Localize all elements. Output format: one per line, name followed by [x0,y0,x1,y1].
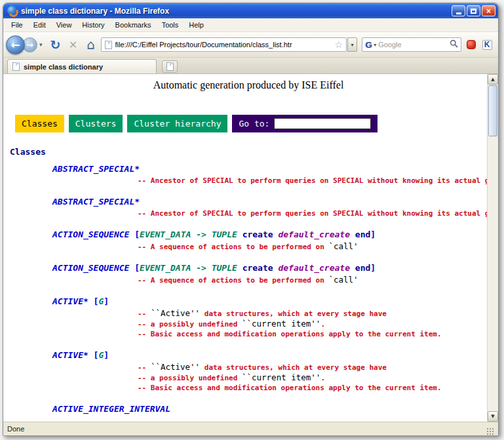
tab-favicon-icon [12,62,20,71]
comment-line: -- Ancestor of SPECIAL to perform querie… [138,176,487,186]
forward-arrow-icon: → [26,40,33,50]
nav-button-cluster-hierarchy[interactable]: Cluster hierarchy [127,115,227,132]
tab-strip: simple class dictionary [3,58,498,74]
addon-icon-red[interactable] [465,38,477,51]
scroll-down-button[interactable]: ▼ [488,411,498,422]
new-tab-page-icon [166,62,174,71]
status-text: Done [7,425,24,433]
resize-grip[interactable] [486,427,494,435]
goto-input[interactable] [274,118,371,129]
comment-line: -- a possibly undefined ``current item''… [138,319,487,329]
class-comments: -- ``Active'' data structures, which at … [138,308,487,339]
tab-label: simple class dictionary [24,63,103,71]
nav-button-label: Cluster hierarchy [134,119,221,129]
minimize-button[interactable] [452,5,465,16]
search-box[interactable]: G ▾ Google [362,37,461,52]
comment-line: -- Basic access and modification operati… [138,383,487,393]
scroll-up-button[interactable]: ▲ [488,74,498,85]
status-bar: Done [3,422,498,435]
doc-header: Automatic generation produced by ISE Eif… [10,79,487,91]
class-entry: ACTIVE* [G]-- ``Active'' data structures… [52,296,487,339]
comment-line: -- a possibly undefined ``current item''… [138,372,487,383]
class-comments: -- Ancestor of SPECIAL to perform querie… [138,209,487,218]
class-comments: -- ``Active'' data structures, which at … [138,362,487,393]
google-logo-icon: G [365,40,372,50]
history-nav-cluster: ← → ▾ [6,35,45,54]
address-input[interactable]: file:///C:/Eiffel Projects/tour/Document… [115,41,332,49]
new-tab-button[interactable] [162,60,178,73]
nav-button-clusters[interactable]: Clusters [69,115,123,132]
stop-button[interactable]: ✕ [66,36,81,53]
window-title: simple class dictionary - Mozilla Firefo… [21,7,452,16]
class-comments: -- A sequence of actions to be performed… [138,275,487,285]
address-dropdown-button[interactable]: ▾ [347,37,357,52]
class-entry: ACTIVE_INTEGER_INTERVAL [52,403,487,414]
menu-item-history[interactable]: History [77,19,109,31]
menu-item-view[interactable]: View [51,19,77,31]
bookmark-star-icon[interactable]: ☆ [334,40,343,49]
addon-icon-k[interactable]: K [481,38,493,51]
close-button[interactable]: × [482,5,495,16]
section-title-classes: Classes [10,147,487,157]
menu-item-help[interactable]: Help [184,19,209,31]
class-entry: ABSTRACT_SPECIAL*-- Ancestor of SPECIAL … [52,163,487,186]
nav-button-label: Go to: [239,119,269,129]
nav-button-go-to[interactable]: Go to: [232,115,378,132]
red-addon-glyph-icon [467,40,476,49]
browser-content: Automatic generation produced by ISE Eif… [3,74,498,422]
menubar: FileEditViewHistoryBookmarksToolsHelp [3,18,498,32]
page-content: Automatic generation produced by ISE Eif… [3,74,487,422]
class-signature-link[interactable]: ACTION_SEQUENCE [EVENT_DATA -> TUPLE cre… [52,262,487,273]
comment-line: -- A sequence of actions to be performed… [138,241,487,252]
search-engine-dropdown[interactable]: ▾ [374,42,376,48]
class-entry: ABSTRACT_SPECIAL*-- Ancestor of SPECIAL … [52,196,487,218]
comment-line: -- A sequence of actions to be performed… [138,275,487,285]
comment-line: -- Ancestor of SPECIAL to perform querie… [138,209,487,218]
class-entry: ACTION_SEQUENCE [EVENT_DATA -> TUPLE cre… [52,229,487,252]
scrollbar-thumb[interactable] [488,85,497,136]
comment-line: -- Basic access and modification operati… [138,329,487,339]
class-comments: -- A sequence of actions to be performed… [138,241,487,252]
navigation-toolbar: ← → ▾ ↻ ✕ ⌂ file:///C:/Eiffel Projects/t… [3,32,498,58]
vertical-scrollbar[interactable]: ▲ ▼ [487,74,498,422]
home-button[interactable]: ⌂ [83,36,99,53]
address-bar[interactable]: file:///C:/Eiffel Projects/tour/Document… [101,37,347,52]
class-entry: ACTION_SEQUENCE [EVENT_DATA -> TUPLE cre… [52,262,487,285]
tab-simple-class-dictionary[interactable]: simple class dictionary [7,59,157,73]
k-addon-glyph-icon: K [482,40,492,50]
class-signature-link[interactable]: ACTIVE_INTEGER_INTERVAL [52,403,487,414]
titlebar[interactable]: simple class dictionary - Mozilla Firefo… [3,3,498,18]
class-comments: -- Ancestor of SPECIAL to perform querie… [138,176,487,186]
class-entry: ACTIVE* [G]-- ``Active'' data structures… [52,350,487,393]
refresh-button[interactable]: ↻ [48,36,64,53]
class-signature-link[interactable]: ABSTRACT_SPECIAL* [52,196,487,207]
maximize-button[interactable] [467,5,480,16]
nav-button-label: Classes [22,119,58,129]
menu-item-tools[interactable]: Tools [157,19,184,31]
nav-button-label: Clusters [75,119,117,129]
menu-item-bookmarks[interactable]: Bookmarks [110,19,157,31]
nav-button-classes[interactable]: Classes [15,115,64,132]
browser-window: simple class dictionary - Mozilla Firefo… [3,3,499,436]
class-signature-link[interactable]: ACTIVE* [G] [52,296,487,307]
nav-buttons: ClassesClustersCluster hierarchyGo to: [15,115,487,132]
menu-item-edit[interactable]: Edit [28,19,51,31]
firefox-icon [7,6,17,16]
comment-line: -- ``Active'' data structures, which at … [138,308,487,319]
back-button[interactable]: ← [6,35,25,54]
class-signature-link[interactable]: ACTION_SEQUENCE [EVENT_DATA -> TUPLE cre… [52,229,487,240]
back-arrow-icon: ← [10,38,20,51]
site-page-icon [105,41,112,49]
search-input[interactable]: Google [378,41,448,49]
menu-item-file[interactable]: File [6,19,28,31]
search-magnifier-icon[interactable] [450,39,458,50]
class-signature-link[interactable]: ABSTRACT_SPECIAL* [52,163,487,174]
window-controls: × [452,5,495,16]
history-dropdown-button[interactable]: ▾ [37,40,45,49]
class-signature-link[interactable]: ACTIVE* [G] [52,350,487,361]
class-entries: ABSTRACT_SPECIAL*-- Ancestor of SPECIAL … [52,163,487,414]
comment-line: -- ``Active'' data structures, which at … [138,362,487,372]
